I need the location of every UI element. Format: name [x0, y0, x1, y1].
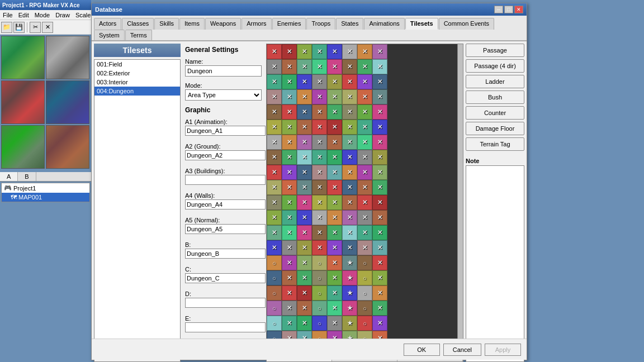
list-item-empty-3[interactable]: [94, 113, 180, 122]
tile-cell[interactable]: ✕: [297, 165, 312, 180]
bush-button[interactable]: Bush: [466, 90, 524, 104]
tile-cell[interactable]: ✕: [372, 59, 387, 74]
tile-cell[interactable]: ✕: [267, 104, 282, 120]
project-tree-map[interactable]: 🗺 MAP001: [2, 193, 89, 202]
tile-cell[interactable]: ✕: [342, 89, 357, 104]
tab-actors[interactable]: Actors: [94, 18, 121, 30]
tile-cell[interactable]: ✕: [357, 180, 372, 195]
tile-cell[interactable]: ✕: [372, 270, 387, 285]
tile-cell[interactable]: ✕: [267, 74, 282, 89]
tile-cell[interactable]: ○: [267, 285, 282, 301]
list-item-empty-2[interactable]: [94, 104, 180, 113]
tile-cell[interactable]: ★: [342, 285, 357, 301]
tab-system[interactable]: System: [94, 30, 125, 40]
tile-cell[interactable]: ✕: [282, 104, 297, 120]
tile-cell[interactable]: ✕: [327, 135, 342, 150]
tile-cell[interactable]: ✕: [357, 150, 372, 165]
tile-cell[interactable]: ✕: [327, 150, 342, 165]
counter-button[interactable]: Counter: [466, 106, 524, 120]
tile-cell[interactable]: ✕: [282, 150, 297, 165]
tile-cell[interactable]: ✕: [327, 225, 342, 240]
tile-cell[interactable]: ✕: [342, 225, 357, 240]
tile-cell[interactable]: ✕: [282, 165, 297, 180]
tile-scroll[interactable]: ✕✕✕✕✕✕✕✕✕✕✕✕✕✕✕✕✕✕✕✕✕✕✕✕✕✕✕✕✕✕✕✕✕✕✕✕✕✕✕✕…: [267, 44, 457, 351]
tile-cell[interactable]: ✕: [312, 195, 327, 210]
tile-cell[interactable]: ✕: [327, 301, 342, 316]
tile-cell[interactable]: ✕: [267, 44, 282, 59]
tile-cell[interactable]: ✕: [327, 74, 342, 89]
tile-cell[interactable]: ✕: [372, 240, 387, 255]
tile-cell[interactable]: ✕: [312, 210, 327, 225]
tile-cell[interactable]: ★: [342, 301, 357, 316]
tab-common-events[interactable]: Common Events: [439, 18, 494, 30]
tile-cell[interactable]: ✕: [267, 225, 282, 240]
tile-cell[interactable]: ✕: [372, 104, 387, 120]
e-input[interactable]: [185, 322, 266, 332]
tile-cell[interactable]: ○: [312, 270, 327, 285]
tile-cell[interactable]: ✕: [282, 225, 297, 240]
list-item-empty-7[interactable]: [94, 149, 180, 158]
tile-cell[interactable]: ✕: [327, 59, 342, 74]
tile-grid[interactable]: ✕✕✕✕✕✕✕✕✕✕✕✕✕✕✕✕✕✕✕✕✕✕✕✕✕✕✕✕✕✕✕✕✕✕✕✕✕✕✕✕…: [267, 44, 457, 346]
tile-cell[interactable]: ✕: [282, 255, 297, 270]
tile-cell[interactable]: ✕: [312, 89, 327, 104]
tile-cell[interactable]: ✕: [372, 210, 387, 225]
list-item-empty-5[interactable]: [94, 131, 180, 140]
tile-cell[interactable]: ✕: [297, 240, 312, 255]
tile-cell[interactable]: ✕: [327, 316, 342, 331]
list-item-004[interactable]: 004:Dungeon: [94, 87, 180, 96]
tile-cell[interactable]: ○: [357, 285, 372, 301]
tile-cell[interactable]: ✕: [372, 89, 387, 104]
tile-cell[interactable]: ✕: [372, 195, 387, 210]
tile-cell[interactable]: ✕: [372, 225, 387, 240]
menu-draw[interactable]: Draw: [53, 12, 73, 18]
tab-skills[interactable]: Skills: [154, 18, 179, 30]
maximize-btn[interactable]: □: [504, 6, 513, 13]
tile-cell[interactable]: ✕: [327, 240, 342, 255]
tile-cell[interactable]: ✕: [342, 104, 357, 120]
tile-cell[interactable]: ✕: [342, 74, 357, 89]
list-item-empty-9[interactable]: [94, 167, 180, 176]
tile-cell[interactable]: ✕: [267, 165, 282, 180]
tile-cell[interactable]: ✕: [372, 165, 387, 180]
tile-cell[interactable]: ✕: [267, 135, 282, 150]
tile-cell[interactable]: ○: [357, 301, 372, 316]
tile-cell[interactable]: ✕: [297, 74, 312, 89]
tile-cell[interactable]: ✕: [327, 210, 342, 225]
tile-cell[interactable]: ✕: [372, 316, 387, 331]
list-item-empty-4[interactable]: [94, 122, 180, 131]
tile-cell[interactable]: ✕: [327, 165, 342, 180]
tile-cell[interactable]: ✕: [297, 44, 312, 59]
tile-cell[interactable]: ✕: [297, 104, 312, 120]
cancel-button[interactable]: Cancel: [443, 344, 481, 356]
tile-cell[interactable]: ✕: [372, 180, 387, 195]
toolbar-btn2[interactable]: 💾: [13, 22, 25, 33]
tile-cell[interactable]: ✕: [297, 59, 312, 74]
tile-cell[interactable]: ✕: [297, 180, 312, 195]
tile-cell[interactable]: ✕: [342, 180, 357, 195]
tile-cell[interactable]: ✕: [297, 255, 312, 270]
tile-cell[interactable]: ○: [267, 316, 282, 331]
tile-cell[interactable]: ✕: [282, 59, 297, 74]
tile-cell[interactable]: ✕: [297, 270, 312, 285]
menu-mode[interactable]: Mode: [32, 12, 53, 18]
apply-button[interactable]: Apply: [485, 344, 521, 356]
list-item-empty-8[interactable]: [94, 158, 180, 167]
tile-cell[interactable]: ✕: [342, 59, 357, 74]
tab-troops[interactable]: Troops: [306, 18, 335, 30]
tile-cell[interactable]: ✕: [282, 270, 297, 285]
tile-cell[interactable]: ✕: [342, 240, 357, 255]
tile-cell[interactable]: ★: [342, 255, 357, 270]
tile-scrollbar[interactable]: [457, 44, 463, 351]
tab-items[interactable]: Items: [179, 18, 205, 30]
tile-cell[interactable]: ✕: [312, 225, 327, 240]
tab-terms[interactable]: Terms: [125, 30, 152, 40]
thumb-6[interactable]: [46, 125, 89, 169]
list-item-empty-6[interactable]: [94, 140, 180, 149]
tile-cell[interactable]: ✕: [342, 210, 357, 225]
tile-cell[interactable]: ✕: [342, 135, 357, 150]
a2-input[interactable]: [185, 150, 266, 160]
tile-cell[interactable]: ✕: [297, 225, 312, 240]
toolbar-close[interactable]: ✕: [42, 22, 53, 33]
tile-cell[interactable]: ★: [342, 270, 357, 285]
